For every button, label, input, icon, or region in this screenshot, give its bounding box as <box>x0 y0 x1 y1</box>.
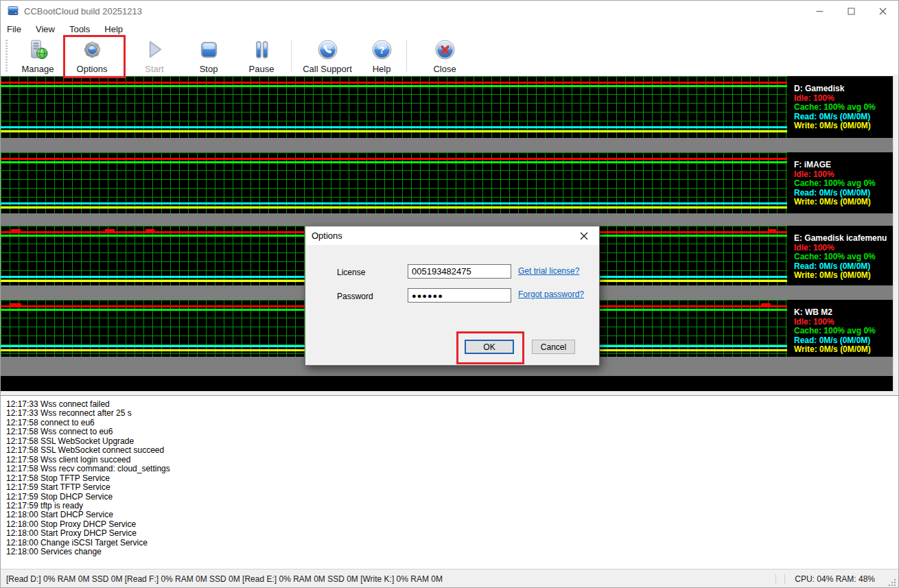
close-label: Close <box>433 64 456 74</box>
log-line: 12:18:00 Start DHCP Service <box>6 510 893 519</box>
cache-line <box>1 85 787 87</box>
dialog-titlebar: Options <box>305 226 599 245</box>
pause-label: Pause <box>249 64 275 74</box>
disk-write: Write: 0M/s (0M/0M) <box>794 198 894 207</box>
options-button[interactable]: Options <box>62 36 121 75</box>
log-line: 12:18:00 Change iSCSI Target Service <box>6 539 893 548</box>
log-line: 12:18:00 Services change <box>6 548 893 556</box>
row-gap <box>1 213 898 226</box>
options-label: Options <box>77 64 108 74</box>
disk-idle: Idle: 100% <box>794 94 894 104</box>
log-line: 12:17:58 Wss client login succeed <box>6 456 893 464</box>
license-input[interactable] <box>408 264 511 279</box>
toolbar-separator <box>291 40 292 72</box>
call-support-label: Call Support <box>303 64 352 74</box>
toolbar: Manage Options Start <box>1 36 898 76</box>
menu-file[interactable]: File <box>5 23 28 36</box>
statusbar-separator <box>775 574 776 585</box>
disk-write: Write: 0M/s (0M/0M) <box>794 121 894 131</box>
toolbar-separator <box>406 40 407 72</box>
log-line: 12:17:58 Wss connect to eu6 <box>6 427 893 436</box>
disk-row-f: F: iMAGE Idle: 100% Cache: 100% avg 0% R… <box>1 152 898 213</box>
disk-read: Read: 0M/s (0M/0M) <box>794 113 894 122</box>
dialog-close-icon[interactable] <box>569 226 599 245</box>
manage-label: Manage <box>22 64 54 74</box>
help-button[interactable]: ? Help <box>359 36 404 75</box>
cache-line <box>1 161 787 163</box>
log-panel[interactable]: 12:17:33 Wss connect failed 12:17:33 Wss… <box>1 395 898 569</box>
close-window-button[interactable] <box>867 1 898 22</box>
app-icon <box>7 4 19 19</box>
stop-button[interactable]: Stop <box>183 36 234 75</box>
svg-text:?: ? <box>379 45 385 56</box>
idle-line <box>1 158 787 160</box>
log-line: 12:17:33 Wss connect failed <box>6 400 893 409</box>
disk-title: D: Gamedisk <box>794 84 894 94</box>
log-line: 12:17:58 SSL WebSocket connect succeed <box>6 446 893 455</box>
log-line: 12:17:58 SSL WebSocket Upgrade <box>6 437 893 446</box>
start-label: Start <box>145 64 163 74</box>
log-line: 12:18:00 Stop Proxy DHCP Service <box>6 520 893 529</box>
app-window: CCBootCloud build 20251213 File View Too… <box>0 0 899 588</box>
disk-row-d: D: Gamedisk Idle: 100% Cache: 100% avg 0… <box>1 76 898 138</box>
stop-icon <box>198 39 220 62</box>
disk-graph-d <box>1 76 787 138</box>
pause-button[interactable]: Pause <box>234 36 289 75</box>
write-line <box>1 207 787 209</box>
write-line <box>1 130 787 132</box>
log-line: 12:17:58 Stop TFTP Service <box>6 474 893 483</box>
get-trial-license-link[interactable]: Get trial license? <box>518 266 579 276</box>
idle-line-spike <box>145 229 154 231</box>
start-button[interactable]: Start <box>126 36 183 75</box>
disk-cache: Cache: 100% avg 0% <box>794 252 894 262</box>
forgot-password-link[interactable]: Forgot password? <box>518 290 584 299</box>
log-line: 12:17:33 Wss reconnect after 25 s <box>6 409 893 418</box>
statusbar-cpu-ram: CPU: 04% RAM: 48% <box>795 574 875 584</box>
idle-line-spike <box>761 303 771 305</box>
call-support-button[interactable]: Call Support <box>296 36 359 75</box>
play-icon <box>144 39 165 62</box>
close-button[interactable]: Close <box>412 36 478 75</box>
ok-button[interactable]: OK <box>465 340 514 354</box>
maximize-button[interactable] <box>835 1 867 22</box>
close-red-x-icon <box>434 39 456 62</box>
disk-cache: Cache: 100% avg 0% <box>794 103 894 113</box>
resize-grip[interactable] <box>889 579 896 586</box>
disk-write: Write: 0M/s (0M/0M) <box>794 345 894 355</box>
disk-title: K: WB M2 <box>794 308 894 318</box>
idle-line-spike <box>105 229 115 231</box>
menu-tools[interactable]: Tools <box>68 23 97 36</box>
stop-label: Stop <box>200 64 218 74</box>
disk-idle: Idle: 100% <box>794 170 894 180</box>
dialog-title: Options <box>312 231 342 241</box>
window-title: CCBootCloud build 20251213 <box>24 6 142 16</box>
statusbar: [Read D:] 0% RAM 0M SSD 0M [Read F:] 0% … <box>1 569 898 588</box>
log-line: 12:17:59 Stop DHCP Service <box>6 493 893 502</box>
password-label: Password <box>337 292 373 301</box>
disk-label-k: K: WB M2 Idle: 100% Cache: 100% avg 0% R… <box>787 300 894 357</box>
log-line: 12:17:59 Start TFTP Service <box>6 483 893 492</box>
disk-label-d: D: Gamedisk Idle: 100% Cache: 100% avg 0… <box>787 76 894 138</box>
menubar: File View Tools Help <box>1 22 898 36</box>
log-line: 12:17:58 Wss recv command: cloud_setting… <box>6 464 893 473</box>
window-controls <box>804 1 898 22</box>
disk-read: Read: 0M/s (0M/0M) <box>794 262 894 272</box>
log-line: 12:17:59 tftp is ready <box>6 502 893 510</box>
disk-title: F: iMAGE <box>794 161 894 170</box>
disk-write: Write: 0M/s (0M/0M) <box>794 271 894 281</box>
minimize-button[interactable] <box>804 1 835 22</box>
menu-help[interactable]: Help <box>103 23 130 36</box>
disk-idle: Idle: 100% <box>794 318 894 327</box>
graph-footer-band <box>1 376 894 391</box>
password-input[interactable] <box>408 288 511 303</box>
disk-cache: Cache: 100% avg 0% <box>794 327 894 336</box>
options-dialog: Options License Get trial license? Passw… <box>305 226 600 366</box>
toolbar-gripper[interactable] <box>5 40 8 72</box>
disk-graph-f <box>1 152 787 213</box>
idle-line <box>1 82 787 84</box>
cancel-button[interactable]: Cancel <box>532 340 575 354</box>
server-globe-icon <box>27 39 49 62</box>
help-label: Help <box>373 64 391 74</box>
manage-button[interactable]: Manage <box>13 36 62 75</box>
menu-view[interactable]: View <box>34 23 62 36</box>
